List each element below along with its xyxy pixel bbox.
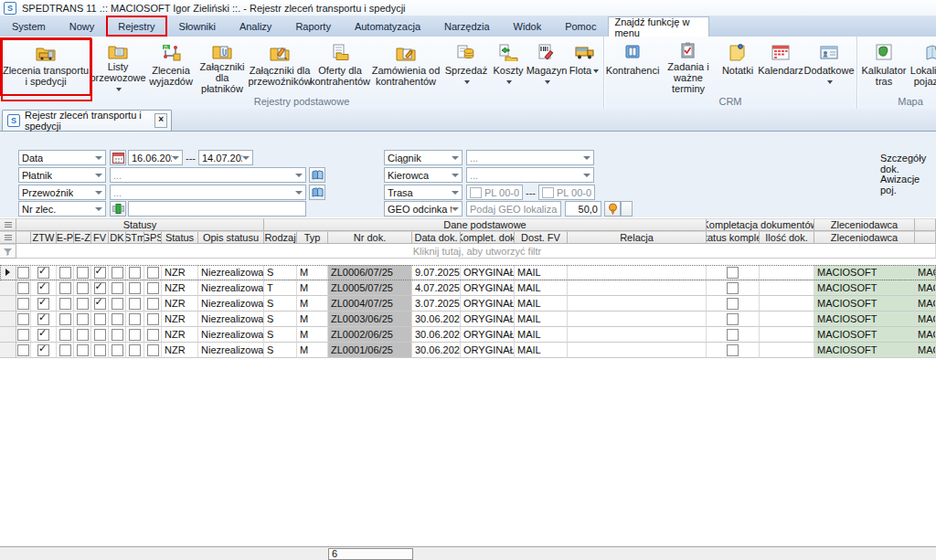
filter-field-selector-trasa[interactable]: Trasa xyxy=(384,185,463,200)
zleceniodawca-cell[interactable]: MACIOSOFT xyxy=(814,327,915,343)
rodzaj-cell[interactable]: S xyxy=(264,343,297,358)
e-z-checkbox[interactable] xyxy=(74,296,91,312)
kierowca-dropdown[interactable]: ... xyxy=(466,167,594,183)
checkbox[interactable] xyxy=(77,298,89,310)
ribbon-button-oferty-dla-kontrahentów[interactable]: Oferty dla kontrahentów xyxy=(311,39,369,94)
ztw-checkbox[interactable] xyxy=(31,296,57,312)
zleceniodawca2-cell[interactable]: MACIOSOFT xyxy=(915,265,936,280)
trasa-from-input[interactable]: PL 00-000 xyxy=(466,185,523,200)
filter-field-selector-przewoznik[interactable]: Przewoźnik xyxy=(18,185,106,200)
checkbox[interactable] xyxy=(129,282,141,294)
row-select-checkbox[interactable] xyxy=(16,280,31,296)
gps-checkbox[interactable] xyxy=(144,280,162,296)
column-header-e-p[interactable]: E-P xyxy=(57,231,74,244)
e-p-checkbox[interactable] xyxy=(57,327,74,343)
ribbon-button-lokalizacja-pojazdów[interactable]: Lokalizacja pojazdów xyxy=(909,39,936,94)
fv-checkbox[interactable] xyxy=(91,327,109,343)
typ-cell[interactable]: M xyxy=(297,327,328,343)
checkbox[interactable] xyxy=(147,298,159,310)
checkbox[interactable] xyxy=(59,329,71,341)
zleceniodawca-cell[interactable]: MACIOSOFT xyxy=(814,343,915,358)
relacja-cell[interactable] xyxy=(568,312,707,327)
rodzaj-cell[interactable]: S xyxy=(264,265,297,280)
grid-customize-button[interactable] xyxy=(0,218,16,231)
zleceniodawca2-cell[interactable]: MACIOSOFT xyxy=(915,280,936,296)
checkbox[interactable] xyxy=(17,313,29,325)
checkbox[interactable] xyxy=(727,344,739,356)
platnik-lookup-button[interactable] xyxy=(309,167,325,183)
checkbox[interactable] xyxy=(129,313,141,325)
ribbon-button-kontrahenci[interactable]: Kontrahenci xyxy=(606,39,659,94)
nr-dok-cell[interactable]: ZL0003/06/25 xyxy=(328,312,412,327)
data-dok-cell[interactable]: 9.07.2025 xyxy=(412,265,461,280)
trasa-to-input[interactable]: PL 00-000 xyxy=(538,185,595,200)
e-p-checkbox[interactable] xyxy=(57,343,74,358)
calendar-picker-button[interactable] xyxy=(110,150,126,165)
opis-statusu-cell[interactable]: Niezrealizowane xyxy=(198,280,264,296)
menu-item-analizy[interactable]: Analizy xyxy=(228,16,283,37)
fv-checkbox[interactable] xyxy=(91,280,109,296)
relacja-cell[interactable] xyxy=(568,280,707,296)
filter-row-cell[interactable]: Kliknij tutaj, aby utworzyć filtr xyxy=(16,244,936,259)
checkbox[interactable] xyxy=(77,344,89,356)
nr-dok-cell[interactable]: ZL0001/06/25 xyxy=(328,343,412,358)
relacja-cell[interactable] xyxy=(568,327,707,343)
checkbox[interactable] xyxy=(59,344,71,356)
gps-checkbox[interactable] xyxy=(144,312,162,327)
typ-cell[interactable]: M xyxy=(297,296,328,312)
status-komplet-checkbox[interactable] xyxy=(707,312,760,327)
ilosc-dok-cell[interactable] xyxy=(760,280,814,296)
checkbox[interactable] xyxy=(37,344,49,356)
ribbon-button-koszty[interactable]: Koszty xyxy=(490,39,526,94)
checkbox[interactable] xyxy=(727,267,739,279)
checkbox[interactable] xyxy=(147,282,159,294)
status-cell[interactable]: NZR xyxy=(162,296,198,312)
dost-fv-cell[interactable]: MAIL xyxy=(515,312,568,327)
checkbox[interactable] xyxy=(147,329,159,341)
typ-cell[interactable]: M xyxy=(297,265,328,280)
row-select-checkbox[interactable] xyxy=(16,343,31,358)
table-row[interactable]: NZRNiezrealizowaneSMZL0003/06/2530.06.20… xyxy=(0,312,936,327)
menu-item-raporty[interactable]: Raporty xyxy=(283,16,343,37)
checkbox[interactable] xyxy=(129,329,141,341)
checkbox[interactable] xyxy=(17,267,29,279)
data-dok-cell[interactable]: 3.07.2025 xyxy=(412,296,461,312)
ribbon-button-załączniki-dla-płatników[interactable]: Załączniki dla płatników xyxy=(196,39,249,94)
checkbox[interactable] xyxy=(147,267,159,279)
e-p-checkbox[interactable] xyxy=(57,296,74,312)
table-row[interactable]: NZRNiezrealizowaneSMZL0006/07/259.07.202… xyxy=(0,265,936,280)
checkbox[interactable] xyxy=(727,329,739,341)
dk-checkbox[interactable] xyxy=(109,265,126,280)
column-header-e-z[interactable]: E-Z xyxy=(74,231,91,244)
column-header-rodzaj[interactable]: Rodzaj xyxy=(264,231,297,244)
country-flag-box[interactable] xyxy=(542,187,554,198)
column-header-ilość-dok-[interactable]: Ilość dok. xyxy=(760,231,814,244)
ilosc-dok-cell[interactable] xyxy=(760,265,814,280)
select-column-header[interactable] xyxy=(16,231,31,244)
e-p-checkbox[interactable] xyxy=(57,312,74,327)
menu-search-input[interactable]: Znajdź funkcję w menu xyxy=(608,16,709,37)
column-header-dk[interactable]: DK xyxy=(109,231,126,244)
platnik-dropdown[interactable]: ... xyxy=(110,167,306,183)
column-header-komplet-dok-[interactable]: Komplet. dok. xyxy=(461,231,515,244)
dost-fv-cell[interactable]: MAIL xyxy=(515,327,568,343)
gps-checkbox[interactable] xyxy=(144,327,162,343)
checkbox[interactable] xyxy=(112,344,123,356)
zleceniodawca-cell[interactable]: MACIOSOFT xyxy=(814,296,915,312)
status-komplet-checkbox[interactable] xyxy=(707,327,760,343)
checkbox[interactable] xyxy=(77,329,89,341)
ribbon-button-kalendarz[interactable]: Kalendarz xyxy=(758,39,803,94)
group-header-dane-podstawowe[interactable]: Dane podstawowe xyxy=(264,218,707,231)
ribbon-button-notatki[interactable]: Notatki xyxy=(718,39,758,94)
checkbox[interactable] xyxy=(112,282,123,294)
ribbon-button-załączniki-dla-przewoźników[interactable]: Załączniki dla przewoźników xyxy=(249,39,311,94)
checkbox[interactable] xyxy=(112,313,123,325)
checkbox[interactable] xyxy=(129,267,141,279)
group-header-zleceniodawca[interactable]: Zleceniodawca xyxy=(814,218,915,231)
e-p-checkbox[interactable] xyxy=(57,265,74,280)
ilosc-dok-cell[interactable] xyxy=(760,296,814,312)
grid-customize-button[interactable] xyxy=(0,231,16,244)
checkbox[interactable] xyxy=(147,313,159,325)
grid-filter-row[interactable]: Kliknij tutaj, aby utworzyć filtr xyxy=(0,244,936,259)
zleceniodawca2-cell[interactable]: MACIOSOFT xyxy=(915,343,936,358)
